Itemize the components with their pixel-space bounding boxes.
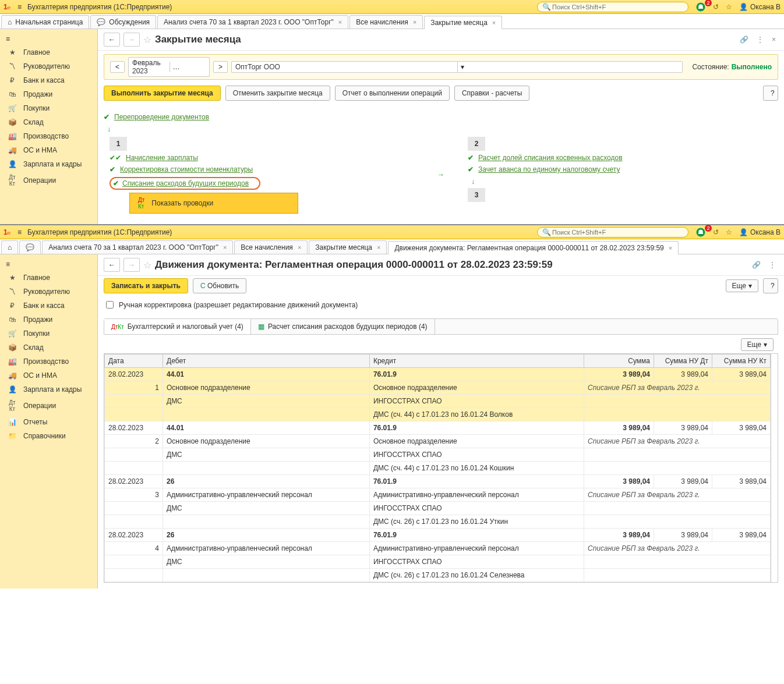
table-row[interactable]: ДМС (сч. 26) с 17.01.23 по 16.01.24 Селе… (105, 569, 771, 582)
search-input[interactable]: 🔍 (537, 2, 688, 12)
sidebar-item-purchases[interactable]: 🛒Покупки (0, 101, 97, 115)
link-salary[interactable]: Начисление зарплаты (126, 154, 198, 162)
link-icon[interactable]: 🔗 (737, 36, 751, 44)
tab-rbp-calc[interactable]: ▦Расчет списания расходов будущих период… (251, 319, 435, 334)
sidebar-item-assets[interactable]: 🚚ОС и НМА (0, 143, 97, 157)
sidebar-item-bank[interactable]: ₽Банк и касса (0, 73, 97, 87)
tab-analysis[interactable]: Анализ счета 70 за 1 квартал 2023 г. ООО… (157, 15, 348, 29)
sidebar-item-sales[interactable]: 🛍Продажи (0, 313, 97, 327)
table-row[interactable]: 1 Основное подразделение Основное подраз… (105, 381, 771, 395)
kebab-icon[interactable]: ⋮ (767, 261, 778, 269)
sidebar-item-operations[interactable]: ДтКтОперации (0, 171, 97, 190)
kebab-icon[interactable]: ⋮ (754, 36, 766, 44)
sidebar-item-production[interactable]: 🏭Производство (0, 355, 97, 368)
close-icon[interactable]: × (377, 244, 380, 251)
table-more-button[interactable]: Еще▾ (741, 338, 774, 351)
execute-button[interactable]: Выполнить закрытие месяца (104, 86, 221, 101)
sidebar-item-assets[interactable]: 🚚ОС и НМА (0, 368, 97, 382)
manual-edit-checkbox[interactable]: Ручная корректировка (разрешает редактир… (104, 299, 778, 310)
ctx-show-postings[interactable]: Показать проводки (151, 199, 213, 207)
col-debit[interactable]: Дебет (163, 355, 370, 368)
col-credit[interactable]: Кредит (369, 355, 584, 368)
link-advance[interactable]: Зачет аванса по единому налоговому счету (478, 165, 620, 173)
sidebar-item-main[interactable]: ★Главное (0, 45, 97, 59)
close-icon[interactable]: × (338, 19, 342, 26)
favorite-star-icon[interactable]: ☆ (143, 260, 151, 271)
save-close-button[interactable]: Записать и закрыть (104, 278, 188, 293)
link-indirect[interactable]: Расчет долей списания косвенных расходов (478, 154, 623, 162)
link-icon[interactable]: 🔗 (750, 261, 763, 269)
tab-home[interactable]: ⌂Начальная страница (1, 15, 89, 29)
table[interactable]: Дата Дебет Кредит Сумма Сумма НУ Дт Сумм… (104, 354, 771, 582)
chevron-down-icon[interactable]: ▾ (457, 62, 682, 72)
sidebar-item-main[interactable]: ★Главное (0, 271, 97, 285)
sidebar-item-production[interactable]: 🏭Производство (0, 129, 97, 143)
close-icon[interactable]: × (669, 244, 672, 251)
ellipsis-icon[interactable]: … (169, 62, 210, 72)
bell-icon[interactable]: 2 (692, 2, 709, 12)
sidebar-item-stock[interactable]: 📦Склад (0, 115, 97, 129)
table-row[interactable]: ДМС ИНГОССТРАХ СПАО (105, 555, 771, 569)
table-row[interactable]: 28.02.2023 26 76.01.9 3 989,04 3 989,04 … (105, 475, 771, 488)
col-date[interactable]: Дата (105, 355, 163, 368)
star-icon[interactable]: ☆ (722, 3, 736, 11)
nav-back-button[interactable]: ← (104, 33, 120, 47)
table-row[interactable]: ДМС (сч. 26) с 17.01.23 по 16.01.24 Утки… (105, 515, 771, 529)
close-icon[interactable]: × (413, 19, 416, 26)
search-field[interactable] (551, 228, 683, 236)
scrollbar[interactable] (771, 354, 778, 582)
nav-fwd-button[interactable]: → (123, 33, 140, 47)
user-chip[interactable]: 👤 Оксана В (736, 3, 784, 11)
sidebar-item-manager[interactable]: 〽Руководителю (0, 285, 97, 299)
star-icon[interactable]: ☆ (722, 228, 736, 236)
burger-icon[interactable]: ≡ (14, 3, 25, 11)
tab-movements[interactable]: Движения документа: Регламентная операци… (388, 241, 679, 254)
table-row[interactable]: ДМС (сч. 44) с 17.01.23 по 16.01.24 Кошк… (105, 462, 771, 475)
sidebar-item-catalogs[interactable]: 📁Справочники (0, 429, 97, 443)
table-row[interactable]: 3 Административно-управленческий персона… (105, 488, 771, 502)
refs-button[interactable]: Справки - расчеты (454, 86, 529, 101)
col-nuk[interactable]: Сумма НУ Кт (712, 355, 771, 368)
col-nud[interactable]: Сумма НУ Дт (654, 355, 712, 368)
tab-home[interactable]: ⌂ (1, 240, 18, 254)
report-button[interactable]: Отчет о выполнении операций (335, 86, 450, 101)
table-row[interactable]: 28.02.2023 44.01 76.01.9 3 989,04 3 989,… (105, 368, 771, 381)
sidebar-item-stock[interactable]: 📦Склад (0, 341, 97, 355)
sidebar-burger[interactable]: ≡ (0, 258, 97, 271)
search-input[interactable]: 🔍 (537, 227, 688, 238)
sidebar-item-sales[interactable]: 🛍Продажи (0, 87, 97, 101)
nav-fwd-button[interactable]: → (123, 258, 140, 272)
tab-analysis[interactable]: Анализ счета 70 за 1 квартал 2023 г. ООО… (42, 240, 233, 254)
tab-accounting[interactable]: ДтКтБухгалтерский и налоговый учет (4) (104, 319, 251, 334)
tab-discussions[interactable]: 💬Обсуждения (90, 15, 156, 29)
tab-month-close[interactable]: Закрытие месяца× (309, 240, 387, 254)
col-sum[interactable]: Сумма (584, 355, 654, 368)
sidebar-item-bank[interactable]: ₽Банк и касса (0, 299, 97, 313)
search-field[interactable] (551, 3, 683, 11)
sidebar-item-operations[interactable]: ДтКтОперации (0, 396, 97, 415)
tab-discussions[interactable]: 💬 (19, 240, 41, 254)
context-menu[interactable]: ДтКт Показать проводки (129, 193, 298, 214)
link-repost[interactable]: Перепроведение документов (114, 113, 209, 121)
close-icon[interactable]: × (769, 36, 778, 44)
table-row[interactable]: ДМС ИНГОССТРАХ СПАО (105, 395, 771, 408)
manual-edit-input[interactable] (106, 301, 114, 309)
table-row[interactable]: 28.02.2023 44.01 76.01.9 3 989,04 3 989,… (105, 421, 771, 435)
table-row[interactable]: 4 Административно-управленческий персона… (105, 542, 771, 555)
tab-all-accruals[interactable]: Все начисления× (234, 240, 308, 254)
user-chip[interactable]: 👤 Оксана В (736, 228, 784, 236)
table-row[interactable]: 28.02.2023 26 76.01.9 3 989,04 3 989,04 … (105, 529, 771, 542)
refresh-button[interactable]: С Обновить (193, 278, 246, 293)
close-icon[interactable]: × (298, 244, 301, 251)
close-icon[interactable]: × (223, 244, 227, 251)
link-cost-adj[interactable]: Корректировка стоимости номенклатуры (120, 165, 253, 173)
sidebar-item-salary[interactable]: 👤Зарплата и кадры (0, 157, 97, 171)
burger-icon[interactable]: ≡ (14, 228, 25, 236)
table-row[interactable]: ДМС (сч. 44) с 17.01.23 по 16.01.24 Волк… (105, 408, 771, 421)
link-rbp[interactable]: Списание расходов будущих периодов (122, 179, 249, 187)
period-prev-button[interactable]: < (110, 61, 125, 73)
tab-month-close[interactable]: Закрытие месяца× (424, 16, 502, 29)
favorite-star-icon[interactable]: ☆ (143, 34, 151, 45)
sidebar-item-salary[interactable]: 👤Зарплата и кадры (0, 382, 97, 396)
period-next-button[interactable]: > (213, 61, 228, 73)
